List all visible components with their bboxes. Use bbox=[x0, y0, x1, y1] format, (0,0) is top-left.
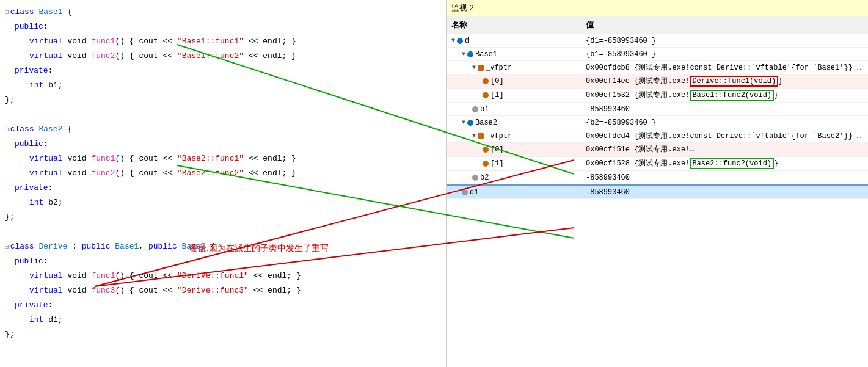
slot-icon bbox=[483, 78, 489, 84]
code-line: int b2; bbox=[0, 195, 446, 210]
watch-row-slot1-base1[interactable]: [1] 0x00cf1532 {测试专用.exe!Base1::func2(vo… bbox=[447, 89, 868, 103]
slot-icon bbox=[483, 161, 489, 167]
code-line: int d1; bbox=[0, 313, 446, 327]
watch-row-base1[interactable]: ▼ Base1 {b1=-858993460 } bbox=[447, 48, 868, 61]
code-line: ⊟ class Derive : public Base1, public Ba… bbox=[0, 239, 446, 254]
watch-name-vfptr2: ▼ _vfptr bbox=[447, 131, 581, 142]
field-icon bbox=[472, 106, 478, 112]
code-line: ⊟ class Base1 { bbox=[0, 5, 446, 20]
code-line: virtual void func2() { cout << "Base1::f… bbox=[0, 49, 446, 64]
watch-title: 监视 2 bbox=[447, 0, 868, 16]
watch-value-slot1-base1: 0x00cf1532 {测试专用.exe!Base1::func2(void)} bbox=[581, 89, 868, 102]
code-line: virtual void func1() { cout << "Derive::… bbox=[0, 269, 446, 283]
ptr-icon bbox=[478, 65, 484, 71]
obj-icon bbox=[467, 120, 473, 126]
obj-icon bbox=[467, 51, 473, 57]
code-panel: ⊟ class Base1 { public: virtual void fun… bbox=[0, 0, 446, 367]
ptr-icon bbox=[478, 133, 484, 139]
watch-row-vfptr2[interactable]: ▼ _vfptr 0x00cfdcd4 {测试专用.exe!const Deri… bbox=[447, 129, 868, 143]
watch-value-slot0-base2: 0x00cf151e {测试专用.exe![thunk]: Derive::fu… bbox=[581, 143, 868, 156]
code-line: virtual void func1() { cout << "Base2::f… bbox=[0, 151, 446, 166]
field-icon bbox=[472, 175, 478, 181]
code-line: int b1; bbox=[0, 78, 446, 93]
watch-row-vfptr1[interactable]: ▼ _vfptr 0x00cfdcb8 {测试专用.exe!const Deri… bbox=[447, 61, 868, 74]
watch-row-slot0-base2[interactable]: [0] 0x00cf151e {测试专用.exe![thunk]: Derive… bbox=[447, 143, 868, 157]
watch-name-d: ▼ d bbox=[447, 35, 581, 46]
watch-row-b2[interactable]: b2 -858993460 bbox=[447, 171, 868, 184]
watch-value-b1: -858993460 bbox=[581, 104, 868, 115]
code-line: virtual void func3() { cout << "Derive::… bbox=[0, 283, 446, 298]
watch-name-base2: ▼ Base2 bbox=[447, 117, 581, 128]
watch-value-base2: {b2=-858993460 } bbox=[581, 117, 868, 128]
code-line: virtual void func2() { cout << "Base2::f… bbox=[0, 166, 446, 181]
watch-col-name: 名称 bbox=[447, 18, 581, 32]
watch-value-base1: {b1=-858993460 } bbox=[581, 49, 868, 60]
watch-name-slot0-base2: [0] bbox=[447, 144, 581, 155]
watch-name-slot1-base1: [1] bbox=[447, 90, 581, 101]
watch-row-slot1-base2[interactable]: [1] 0x00cf1528 {测试专用.exe!Base2::func2(vo… bbox=[447, 157, 868, 171]
watch-value-vfptr1: 0x00cfdcb8 {测试专用.exe!const Derive::`vfta… bbox=[581, 61, 868, 74]
code-line: }; bbox=[0, 210, 446, 225]
watch-col-value: 值 bbox=[581, 18, 868, 32]
watch-value-vfptr2: 0x00cfdcd4 {测试专用.exe!const Derive::`vfta… bbox=[581, 129, 868, 142]
watch-value-d1: -858993460 bbox=[581, 187, 868, 198]
watch-row-d[interactable]: ▼ d {d1=-858993460 } bbox=[447, 34, 868, 48]
watch-row-b1[interactable]: b1 -858993460 bbox=[447, 103, 868, 116]
watch-name-b1: b1 bbox=[447, 104, 581, 115]
watch-name-d1: d1 bbox=[447, 187, 581, 198]
watch-row-d1[interactable]: d1 -858993460 bbox=[447, 186, 868, 199]
code-line: public: bbox=[0, 20, 446, 34]
code-line: }; bbox=[0, 327, 446, 342]
code-line bbox=[0, 225, 446, 239]
code-line: private: bbox=[0, 64, 446, 78]
watch-row-slot0-base1[interactable]: [0] 0x00cf14ec {测试专用.exe!Derive::func1(v… bbox=[447, 74, 868, 89]
code-line: public: bbox=[0, 254, 446, 269]
obj-icon bbox=[457, 38, 463, 44]
collapse-icon[interactable]: ⊟ bbox=[5, 240, 9, 253]
watch-value-slot0-base1: 0x00cf14ec {测试专用.exe!Derive::func1(void)… bbox=[581, 74, 868, 88]
code-line: virtual void func1() { cout << "Base1::f… bbox=[0, 34, 446, 49]
code-line bbox=[0, 107, 446, 122]
watch-value-d: {d1=-858993460 } bbox=[581, 35, 868, 46]
watch-name-slot0-base1: [0] bbox=[447, 76, 581, 87]
watch-name-base1: ▼ Base1 bbox=[447, 49, 581, 60]
slot-icon bbox=[483, 92, 489, 98]
watch-value-slot1-base2: 0x00cf1528 {测试专用.exe!Base2::func2(void)} bbox=[581, 157, 868, 170]
watch-name-b2: b2 bbox=[447, 172, 581, 183]
watch-name-slot1-base2: [1] bbox=[447, 158, 581, 169]
collapse-icon[interactable]: ⊟ bbox=[5, 123, 9, 136]
watch-row-base2[interactable]: ▼ Base2 {b2=-858993460 } bbox=[447, 116, 868, 129]
code-line: private: bbox=[0, 181, 446, 195]
field-icon bbox=[462, 189, 468, 195]
collapse-icon[interactable]: ⊟ bbox=[5, 5, 9, 19]
slot-icon bbox=[483, 147, 489, 153]
watch-header: 名称 值 bbox=[447, 16, 868, 34]
watch-name-vfptr1: ▼ _vfptr bbox=[447, 62, 581, 73]
code-line: public: bbox=[0, 137, 446, 151]
watch-panel: 监视 2 名称 值 ▼ d {d1=-858993460 } ▼ Base1 {… bbox=[446, 0, 868, 367]
code-line: }; bbox=[0, 93, 446, 107]
watch-value-b2: -858993460 bbox=[581, 172, 868, 183]
code-line: ⊟ class Base2 { bbox=[0, 122, 446, 137]
code-line: private: bbox=[0, 298, 446, 313]
